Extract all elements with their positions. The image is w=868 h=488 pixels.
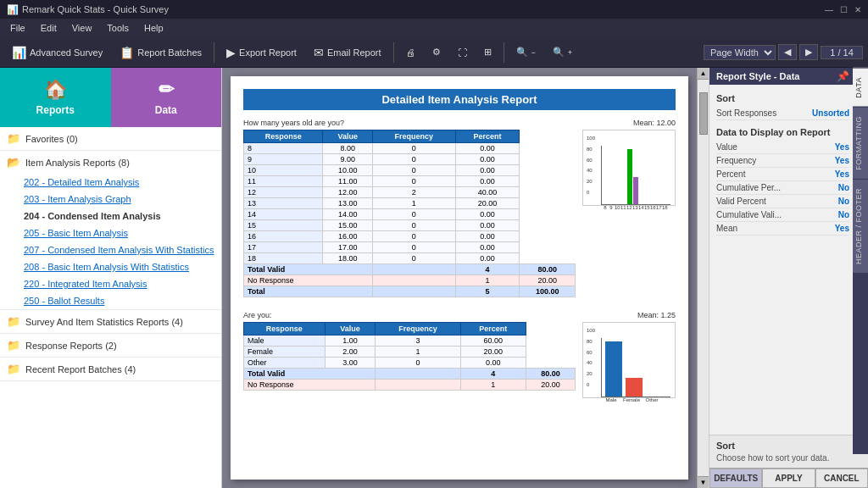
export-report-btn[interactable]: ▶ Export Report <box>220 43 303 62</box>
menu-view[interactable]: View <box>65 21 99 35</box>
sidebar-item-207[interactable]: 207 - Condensed Item Analysis With Stati… <box>0 241 221 258</box>
table-row: 1414.0000.00 <box>244 209 576 220</box>
sidebar-group-favorites-header[interactable]: 📁 Favorites (0) <box>0 127 221 150</box>
sidebar-group-survey-stats-header[interactable]: 📁 Survey And Item Statistics Reports (4) <box>0 310 221 333</box>
report-batches-label: Report Batches <box>137 47 202 58</box>
menu-edit[interactable]: Edit <box>34 21 64 35</box>
cancel-btn[interactable]: CANCEL <box>815 469 868 488</box>
q1-col-freq: Frequency <box>372 130 455 143</box>
q1-col-response: Response <box>244 130 323 143</box>
q2-table-chart: Response Value Frequency Percent Male1.0… <box>243 322 676 398</box>
sidebar-group-favorites-label: Favorites (0) <box>25 134 78 144</box>
sidebar-tab-data-label: Data <box>155 104 177 116</box>
vtab-strip: DATA FORMATTING HEADER / FOOTER <box>853 68 868 454</box>
sidebar-scroll: 📁 Favorites (0) 📂 Item Analysis Reports … <box>0 127 221 381</box>
toolbar-sep-2 <box>393 42 394 63</box>
q1-col-pct: Percent <box>455 130 520 143</box>
sidebar-item-220[interactable]: 220 - Integrated Item Analysis <box>0 275 221 292</box>
advanced-survey-btn[interactable]: 📊 Advanced Survey <box>5 43 109 62</box>
sidebar-item-203[interactable]: 203 - Item Analysis Graph <box>0 191 221 208</box>
sidebar-group-response: 📁 Response Reports (2) <box>0 334 221 358</box>
vtab-formatting[interactable]: FORMATTING <box>853 107 868 179</box>
sidebar-group-recent-header[interactable]: 📁 Recent Report Batches (4) <box>0 358 221 380</box>
email-label: Email Report <box>327 47 381 58</box>
table-row: Female2.00120.00 <box>244 347 576 358</box>
sidebar-item-208[interactable]: 208 - Basic Item Analysis With Statistic… <box>0 258 221 275</box>
table-row: 1313.00120.00 <box>244 198 576 209</box>
panel-title-text: Report Style - Data <box>716 71 799 81</box>
report-batches-btn[interactable]: 📋 Report Batches <box>113 43 209 62</box>
q2-chart: 100 80 60 40 20 0 MaleFemaleOther <box>582 322 676 398</box>
menu-file[interactable]: File <box>3 21 32 35</box>
folder-icon-recent: 📁 <box>7 363 20 375</box>
grid-btn[interactable]: ⊞ <box>477 44 498 60</box>
q2-mini-chart: 100 80 60 40 20 0 MaleFemaleOther <box>582 322 676 398</box>
scroll-up-btn[interactable]: ▲ <box>698 68 709 80</box>
zoom-select[interactable]: Page Width <box>704 45 776 60</box>
sidebar-group-recent: 📁 Recent Report Batches (4) <box>0 358 221 381</box>
export-label: Export Report <box>239 47 297 58</box>
zoom-out-btn[interactable]: 🔍− <box>509 44 542 60</box>
email-icon: ✉ <box>314 46 324 59</box>
prev-page-btn[interactable]: ◀ <box>778 44 797 60</box>
table-row: 1717.0000.00 <box>244 242 576 253</box>
minimize-btn[interactable]: — <box>825 5 833 14</box>
fullscreen-icon: ⛶ <box>458 47 467 58</box>
window-title: Remark Quick Stats - Quick Survey <box>22 4 169 14</box>
q2-data-table: Response Value Frequency Percent Male1.0… <box>243 322 576 391</box>
scroll-down-btn[interactable]: ▼ <box>698 476 709 488</box>
zoom-in-btn[interactable]: 🔍+ <box>546 44 579 60</box>
chart-x-label: 12 <box>626 205 632 210</box>
sidebar-group-item-analysis-header[interactable]: 📂 Item Analysis Reports (8) <box>0 151 221 174</box>
close-btn[interactable]: ✕ <box>854 5 861 14</box>
sidebar-group-response-header[interactable]: 📁 Response Reports (2) <box>0 334 221 357</box>
property-row: FrequencyYes <box>716 154 849 168</box>
chart-x-label: 18 <box>662 205 667 210</box>
print-btn[interactable]: 🖨 <box>399 45 422 60</box>
pin-icon[interactable]: 📌 <box>837 70 849 82</box>
data-display-section-header: Data to Display on Report <box>716 127 849 137</box>
scroll-thumb[interactable] <box>699 92 708 135</box>
sidebar-item-250[interactable]: 250 - Ballot Results <box>0 292 221 309</box>
apply-btn[interactable]: APPLY <box>762 469 815 488</box>
maximize-btn[interactable]: ☐ <box>840 5 848 14</box>
window-controls[interactable]: — ☐ ✕ <box>825 5 861 14</box>
q2-col-value: Value <box>325 323 376 336</box>
next-page-btn[interactable]: ▶ <box>799 44 818 60</box>
content-area: Detailed Item Analysis Report How many y… <box>222 68 709 488</box>
vtab-data[interactable]: DATA <box>853 68 868 107</box>
q2-mean: Mean: 1.25 <box>637 311 676 319</box>
sidebar-group-item-analysis-label: Item Analysis Reports (8) <box>25 158 130 168</box>
email-report-btn[interactable]: ✉ Email Report <box>307 43 388 62</box>
q1-header: How many years old are you? Mean: 12.00 <box>243 119 676 127</box>
q1-mean: Mean: 12.00 <box>633 119 676 127</box>
sidebar-item-205[interactable]: 205 - Basic Item Analysis <box>0 225 221 241</box>
property-row: MeanYes <box>716 222 849 236</box>
fullscreen-btn[interactable]: ⛶ <box>451 45 474 60</box>
menu-help[interactable]: Help <box>137 21 170 35</box>
sidebar-tab-reports[interactable]: 🏠 Reports <box>0 68 111 127</box>
q1-y-labels: 100 80 60 40 20 0 <box>587 136 595 195</box>
defaults-btn[interactable]: DEFAULTS <box>709 469 762 488</box>
table-row: No Response120.00 <box>244 275 576 286</box>
sort-responses-value[interactable]: Unsorted <box>812 108 849 118</box>
chart-bar <box>626 378 643 396</box>
vertical-scrollbar[interactable]: ▲ ▼ <box>697 68 709 488</box>
chart-x-label: Female <box>623 397 640 402</box>
scroll-track <box>698 80 709 476</box>
main-layout: 🏠 Reports ✏ Data 📁 Favorites (0) 📂 It <box>0 68 868 488</box>
table-row: 1010.0000.00 <box>244 165 576 176</box>
print-icon: 🖨 <box>406 47 415 58</box>
export-icon: ▶ <box>226 46 236 59</box>
page-input[interactable] <box>821 46 863 59</box>
menu-tools[interactable]: Tools <box>100 21 136 35</box>
sidebar-tab-data[interactable]: ✏ Data <box>111 68 222 127</box>
table-row: No Response120.00 <box>244 380 576 391</box>
sort-responses-label: Sort Responses <box>716 108 776 118</box>
sidebar-group-survey-stats-label: Survey And Item Statistics Reports (4) <box>25 317 183 327</box>
settings-btn[interactable]: ⚙ <box>426 44 448 60</box>
sidebar-item-202[interactable]: 202 - Detailed Item Analysis <box>0 174 221 191</box>
q1-data-table: Response Value Frequency Percent 88.0000… <box>243 130 576 297</box>
vtab-header-footer[interactable]: HEADER / FOOTER <box>853 179 868 273</box>
sidebar-item-204[interactable]: 204 - Condensed Item Analysis <box>0 208 221 225</box>
